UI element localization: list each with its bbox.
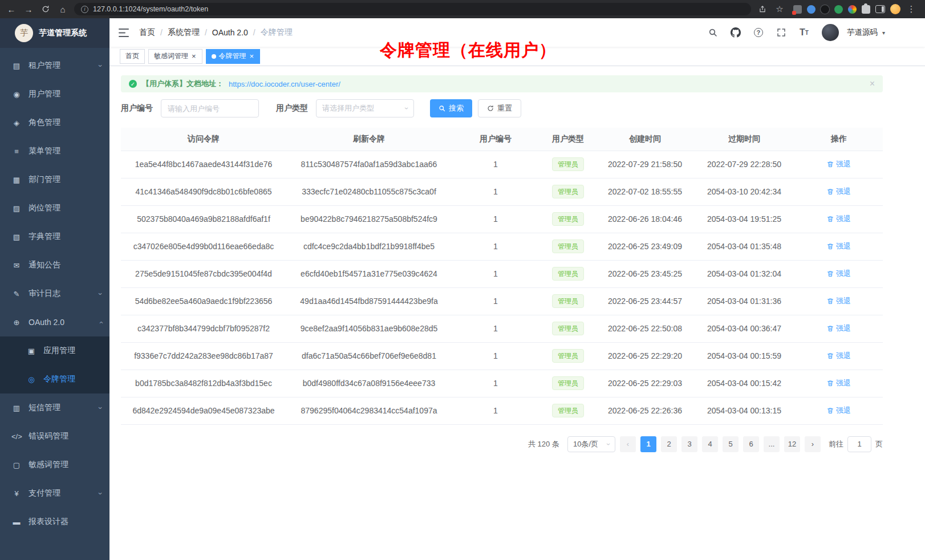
sidebar-item-app[interactable]: ▣应用管理 <box>0 336 109 365</box>
tab-sensitive-word[interactable]: 敏感词管理× <box>148 49 202 64</box>
sidebar-item-tenant[interactable]: ▤租户管理› <box>0 51 109 80</box>
side-panel-icon[interactable] <box>875 5 885 13</box>
back-icon[interactable]: ← <box>6 3 17 15</box>
sidebar-item-label: 字典管理 <box>29 232 102 242</box>
sidebar-item-menu[interactable]: ≡菜单管理 <box>0 137 109 165</box>
extensions-puzzle-icon[interactable] <box>862 5 870 14</box>
user-name[interactable]: 芋道源码 <box>847 27 878 38</box>
user-id-input[interactable] <box>161 99 259 117</box>
force-logout-button[interactable]: 强退 <box>827 378 851 388</box>
refresh-token-cell: cdfc4ce9c2da4bb1bdf21b9918ff4be5 <box>286 233 452 260</box>
help-icon[interactable]: ? <box>749 23 768 42</box>
force-logout-button[interactable]: 强退 <box>827 269 851 279</box>
app-logo: 芋 芋道管理系统 <box>0 18 109 48</box>
close-tab-icon[interactable]: × <box>249 52 255 60</box>
user-type-badge: 管理员 <box>552 294 584 308</box>
sidebar-item-user[interactable]: ◉用户管理 <box>0 80 109 108</box>
app-frame: 芋 芋道管理系统 ▤租户管理›◉用户管理◈角色管理≡菜单管理▦部门管理▨岗位管理… <box>0 18 925 560</box>
extension-icon-green[interactable] <box>834 5 843 14</box>
sidebar-item-report[interactable]: ▬报表设计器 <box>0 508 109 536</box>
sidebar-item-sensitive[interactable]: ▢敏感词管理 <box>0 451 109 479</box>
page-button-6[interactable]: 6 <box>743 436 759 452</box>
extension-icon-dark[interactable] <box>821 5 829 14</box>
expire-time-cell: 2054-03-04 00:15:42 <box>693 370 795 397</box>
force-logout-button[interactable]: 强退 <box>827 186 851 197</box>
page-button-5[interactable]: 5 <box>723 436 739 452</box>
page-button-1[interactable]: 1 <box>640 436 656 452</box>
url-bar[interactable]: i 127.0.0.1:1024/system/oauth2/token <box>74 3 751 15</box>
font-size-icon[interactable]: TT <box>794 23 814 42</box>
browser-menu-icon[interactable]: ⋮ <box>906 3 917 15</box>
next-page-button[interactable]: › <box>805 436 821 452</box>
force-logout-button[interactable]: 强退 <box>827 323 851 334</box>
sidebar-item-oauth2[interactable]: ⊕OAuth 2.0› <box>0 308 109 336</box>
user-type-select[interactable]: 请选择用户类型 › <box>316 99 414 117</box>
page-button-4[interactable]: 4 <box>702 436 718 452</box>
alert-close-icon[interactable]: × <box>870 79 875 89</box>
force-logout-button[interactable]: 强退 <box>827 351 851 361</box>
user-avatar[interactable] <box>822 24 839 41</box>
sidebar-item-pay[interactable]: ¥支付管理› <box>0 479 109 508</box>
chevron-down-icon: › <box>605 443 612 445</box>
force-logout-button[interactable]: 强退 <box>827 241 851 251</box>
sidebar-item-dict[interactable]: ▧字典管理 <box>0 222 109 251</box>
bookmark-star-icon[interactable]: ☆ <box>774 3 785 15</box>
goto-page-input[interactable] <box>847 436 871 452</box>
breadcrumb-item[interactable]: 系统管理 <box>168 27 200 38</box>
sidebar-item-token[interactable]: ◎令牌管理 <box>0 365 109 393</box>
col-actions: 操作 <box>795 128 883 151</box>
reset-button[interactable]: 重置 <box>478 99 521 117</box>
page-button-12[interactable]: 12 <box>784 436 800 452</box>
oauth-icon: ⊕ <box>11 318 22 327</box>
search-icon[interactable] <box>703 23 723 42</box>
sidebar-item-dept[interactable]: ▦部门管理 <box>0 165 109 194</box>
prev-page-button[interactable]: ‹ <box>620 436 636 452</box>
alert-doc-link[interactable]: https://doc.iocoder.cn/user-center/ <box>229 80 340 88</box>
extension-icon-colorful[interactable] <box>848 5 857 14</box>
extension-icon-red-badge[interactable] <box>793 5 802 14</box>
chevron-down-icon[interactable]: ▾ <box>882 30 885 36</box>
action-cell: 强退 <box>795 233 883 260</box>
expire-time-cell: 2054-03-04 01:32:04 <box>693 260 795 287</box>
sidebar-item-errcode[interactable]: </>错误码管理 <box>0 422 109 451</box>
force-logout-button[interactable]: 强退 <box>827 296 851 306</box>
access-token-cell: c347026e805e4d99b0d116eae66eda8c <box>121 233 286 260</box>
site-info-icon[interactable]: i <box>81 6 88 13</box>
sidebar-toggle-icon[interactable] <box>119 29 129 37</box>
share-icon[interactable] <box>757 3 768 15</box>
sidebar-item-post[interactable]: ▨岗位管理 <box>0 194 109 222</box>
search-icon <box>439 105 445 112</box>
page-button-2[interactable]: 2 <box>661 436 677 452</box>
chevron-down-icon: › <box>96 407 104 409</box>
home-icon[interactable]: ⌂ <box>57 3 68 15</box>
force-logout-button[interactable]: 强退 <box>827 159 851 169</box>
force-logout-button[interactable]: 强退 <box>827 405 851 416</box>
breadcrumb-separator: / <box>160 28 163 37</box>
delete-icon <box>827 270 834 277</box>
breadcrumb-item[interactable]: OAuth 2.0 <box>212 28 248 37</box>
delete-icon <box>827 188 834 195</box>
search-button[interactable]: 搜索 <box>430 99 472 117</box>
sidebar-item-sms[interactable]: ▥短信管理› <box>0 393 109 422</box>
force-logout-button[interactable]: 强退 <box>827 214 851 224</box>
sidebar-item-label: 审计日志 <box>29 289 92 299</box>
sidebar-item-audit[interactable]: ✎审计日志› <box>0 279 109 308</box>
refresh-token-cell: dfa6c71a50a54c66bef706ef9e6e8d81 <box>286 342 452 370</box>
extension-icon-blue[interactable] <box>807 5 816 14</box>
breadcrumb-item[interactable]: 首页 <box>139 27 155 38</box>
browser-profile-avatar[interactable] <box>890 4 900 14</box>
sidebar-item-notice[interactable]: ✉通知公告 <box>0 251 109 279</box>
forward-icon[interactable]: → <box>23 3 34 15</box>
token-icon: ◎ <box>26 375 36 384</box>
tab-home[interactable]: 首页 <box>120 49 145 64</box>
close-tab-icon[interactable]: × <box>191 52 197 60</box>
action-cell: 强退 <box>795 178 883 205</box>
github-icon[interactable] <box>726 23 745 42</box>
tab-token[interactable]: 令牌管理× <box>206 49 261 64</box>
reload-icon[interactable] <box>40 3 51 15</box>
sidebar-item-role[interactable]: ◈角色管理 <box>0 108 109 137</box>
breadcrumb-separator: / <box>253 28 255 37</box>
page-size-select[interactable]: 10条/页 › <box>567 436 615 452</box>
fullscreen-icon[interactable] <box>772 23 791 42</box>
page-button-3[interactable]: 3 <box>681 436 697 452</box>
